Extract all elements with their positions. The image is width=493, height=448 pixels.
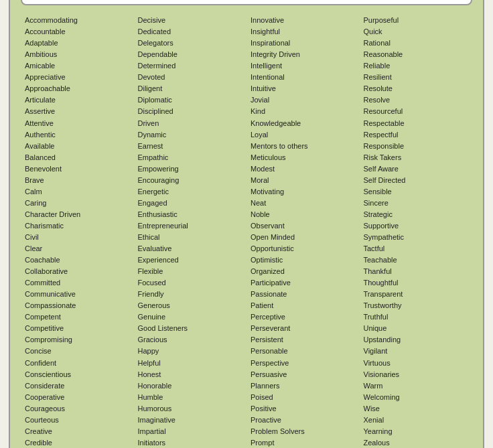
list-item: Loyal	[251, 131, 268, 139]
list-item: Competent	[25, 313, 61, 321]
list-item: Accommodating	[25, 16, 78, 24]
list-item: Vigilant	[364, 347, 388, 355]
list-item: Available	[25, 142, 54, 150]
list-item: Diplomatic	[138, 96, 172, 104]
list-item: Energetic	[138, 188, 169, 196]
list-item: Thankful	[364, 267, 392, 275]
list-item: Opportunistic	[251, 244, 294, 252]
list-item: Caring	[25, 199, 46, 207]
list-item: Resourceful	[364, 107, 403, 115]
list-item: Patient	[251, 301, 273, 309]
list-item: Truthful	[364, 313, 389, 321]
list-item: Conscientious	[25, 370, 71, 378]
list-item: Committed	[25, 279, 60, 287]
list-item: Initiators	[138, 439, 166, 447]
list-item: Sincere	[364, 199, 389, 207]
list-item: Collaborative	[25, 267, 68, 275]
list-item: Resilient	[364, 73, 392, 81]
list-item: Driven	[138, 119, 159, 127]
list-item: Considerate	[25, 382, 64, 390]
list-item: Dependable	[138, 50, 178, 58]
list-item: Yearning	[364, 427, 393, 435]
title-box: I admire people who are:	[21, 0, 472, 5]
list-item: Coachable	[25, 256, 60, 264]
list-item: Experienced	[138, 256, 179, 264]
list-item: Calm	[25, 188, 42, 196]
list-item: Charismatic	[25, 222, 64, 230]
columns-container: AccommodatingAccountableAdaptableAmbitio…	[21, 15, 472, 448]
list-item: Persistent	[251, 335, 283, 344]
list-item: Delegators	[138, 39, 173, 47]
list-item: Virtuous	[364, 359, 391, 367]
list-item: Persuasive	[251, 370, 287, 378]
list-item: Quick	[364, 27, 382, 35]
list-item: Moral	[251, 176, 269, 184]
list-item: Kind	[251, 107, 265, 115]
list-item: Assertive	[25, 107, 55, 115]
list-item: Visionaries	[364, 370, 400, 378]
list-item: Open Minded	[251, 233, 295, 241]
list-item: Prompt	[251, 439, 274, 447]
list-item: Observant	[251, 222, 285, 230]
list-item: Meticulous	[251, 153, 286, 161]
list-item: Humble	[138, 393, 163, 401]
list-item: Ethical	[138, 233, 160, 241]
list-item: Articulate	[25, 96, 56, 104]
list-item: Tactful	[364, 244, 385, 252]
list-item: Modest	[251, 165, 275, 173]
list-item: Courageous	[25, 404, 65, 413]
column-1: AccommodatingAccountableAdaptableAmbitio…	[21, 15, 134, 448]
list-item: Brave	[25, 176, 44, 184]
list-item: Jovial	[251, 96, 269, 104]
list-item: Inspirational	[251, 39, 290, 47]
list-item: Focused	[138, 279, 166, 287]
list-item: Amicable	[25, 62, 55, 70]
list-item: Participative	[251, 279, 291, 287]
list-item: Upstanding	[364, 335, 401, 344]
list-item: Warm	[364, 382, 383, 390]
list-item: Cooperative	[25, 393, 64, 401]
list-item: Competitive	[25, 324, 64, 332]
column-2: DecisiveDedicatedDelegatorsDependableDet…	[134, 15, 247, 448]
list-item: Noble	[251, 210, 270, 218]
list-item: Concise	[25, 347, 52, 355]
list-item: Ambitious	[25, 50, 57, 58]
list-item: Appreciative	[25, 73, 66, 81]
list-item: Welcoming	[364, 393, 400, 401]
list-item: Compassionate	[25, 301, 76, 309]
list-item: Reasonable	[364, 50, 403, 58]
list-item: Transparent	[364, 290, 403, 298]
list-item: Motivating	[251, 188, 284, 196]
list-item: Neat	[251, 199, 266, 207]
list-item: Balanced	[25, 153, 56, 161]
list-item: Empathic	[138, 153, 169, 161]
list-item: Benevolent	[25, 165, 62, 173]
list-item: Accountable	[25, 27, 66, 35]
list-item: Passionate	[251, 290, 287, 298]
list-item: Gracious	[138, 335, 167, 344]
list-item: Supportive	[364, 222, 399, 230]
list-item: Flexible	[138, 267, 163, 275]
list-item: Earnest	[138, 142, 163, 150]
list-item: Integrity Driven	[251, 50, 300, 58]
list-item: Proactive	[251, 416, 281, 424]
list-item: Impartial	[138, 427, 166, 435]
list-item: Personable	[251, 347, 288, 355]
list-item: Good Listeners	[138, 324, 188, 332]
card: I admire people who are: AccommodatingAc…	[9, 0, 484, 448]
list-item: Entrepreneurial	[138, 222, 188, 230]
list-item: Creative	[25, 427, 52, 435]
list-item: Dedicated	[138, 27, 171, 35]
list-item: Risk Takers	[364, 153, 402, 161]
list-item: Empowering	[138, 165, 179, 173]
list-item: Rational	[364, 39, 391, 47]
column-3: InnovativeInsightfulInspirationalIntegri…	[246, 15, 360, 448]
list-item: Helpful	[138, 359, 161, 367]
list-item: Unique	[364, 324, 387, 332]
list-item: Self Directed	[364, 176, 406, 184]
list-item: Adaptable	[25, 39, 58, 47]
list-item: Communicative	[25, 290, 76, 298]
list-item: Wise	[364, 404, 380, 413]
list-item: Perspective	[251, 359, 289, 367]
list-item: Intuitive	[251, 84, 276, 92]
